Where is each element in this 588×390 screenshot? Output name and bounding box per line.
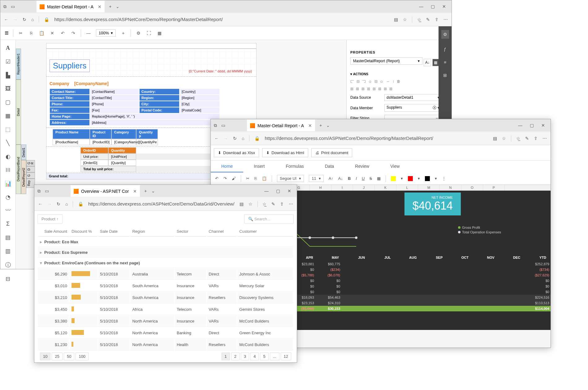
page-btn[interactable]: 12 — [281, 353, 291, 360]
url-text[interactable]: https://demos.devexpress.com/ASPNetCore/… — [54, 17, 389, 22]
forward-icon[interactable]: → — [224, 136, 228, 141]
close-tab-icon[interactable]: ✕ — [308, 123, 312, 128]
col-customer[interactable]: Customer — [237, 227, 293, 236]
fld-address-lbl[interactable]: Address: — [50, 119, 90, 126]
notes-icon[interactable]: ✎ — [426, 17, 430, 22]
minimize-icon[interactable]: — — [419, 4, 423, 9]
tab-group-icon[interactable]: ⧉ — [214, 123, 217, 128]
col-header[interactable]: J — [353, 185, 375, 190]
fld-fax-lbl[interactable]: Fax: — [50, 107, 90, 113]
bind-orderqty[interactable]: [Quantity] — [108, 160, 136, 166]
tab-overflow-icon[interactable]: ⌄ — [151, 188, 155, 193]
fill-black-icon[interactable] — [425, 176, 430, 181]
minimize-icon[interactable]: — — [264, 188, 269, 193]
pagesize-btn[interactable]: 100 — [76, 353, 89, 360]
suppliers-label[interactable]: Suppliers — [50, 59, 90, 72]
minimize-icon[interactable]: — — [518, 123, 522, 128]
redo-icon[interactable]: ↷ — [223, 176, 227, 181]
undo-icon[interactable]: ↶ — [215, 176, 218, 181]
band-detail[interactable]: Detail — [16, 80, 21, 145]
pivot-tool-icon[interactable]: ▤ — [5, 234, 11, 241]
home-icon[interactable]: ⌂ — [242, 136, 244, 141]
back-icon[interactable]: ← — [214, 136, 219, 141]
pageinfo-tool-icon[interactable]: ⓘ — [5, 261, 11, 269]
align-right-icon[interactable]: ⫎ — [362, 79, 366, 84]
zoom-select[interactable]: 100%▾ — [96, 29, 116, 37]
hamburger-icon[interactable]: ≡ — [5, 29, 9, 37]
pagesize-btn[interactable]: 10 — [40, 353, 50, 360]
table-row[interactable]: $1,2305/10/2018North AmericaHealthResell… — [38, 339, 293, 350]
browser-tab[interactable]: Overview - ASP.NET Cor ✕ — [71, 185, 140, 197]
browser-tab[interactable]: Master-Detail Report - A ✕ — [37, 1, 105, 12]
copy-icon[interactable]: ⎘ — [254, 176, 257, 181]
url-text[interactable]: https://demos.devexpress.com/ASPNetCore/… — [88, 201, 235, 206]
tab-overflow-icon[interactable]: ⌄ — [326, 123, 330, 128]
band-reportfooter[interactable]: Rep — [26, 179, 35, 188]
url-text[interactable]: https://demos.devexpress.com/ASPNetCore/… — [265, 136, 488, 141]
share-icon[interactable]: ⇪ — [435, 17, 439, 22]
date-expression[interactable]: {0:"Current Date: " dddd, dd MMMM yyyy} — [189, 69, 252, 73]
reader-icon[interactable]: ▤ — [394, 17, 398, 22]
bind-category[interactable]: [CategoryName] — [111, 139, 136, 145]
col-channel[interactable]: Channel — [207, 227, 237, 236]
page-btn[interactable]: 1 — [222, 353, 230, 360]
close-window-icon[interactable]: ✕ — [541, 123, 545, 128]
tab-group-icon[interactable]: ⧉ — [3, 4, 6, 9]
col-header[interactable]: N — [440, 185, 461, 190]
tab-review[interactable]: Review — [344, 161, 380, 172]
paste-icon[interactable]: 📋 — [39, 31, 45, 36]
chart-tool-icon[interactable]: 📊 — [5, 180, 11, 187]
new-tab-icon[interactable]: + — [319, 123, 322, 128]
align-top-icon[interactable]: ⫏ — [368, 79, 372, 84]
tab-insert[interactable]: Insert — [243, 161, 275, 172]
pagebreak-tool-icon[interactable]: ⊟ — [6, 275, 10, 282]
unit-bind[interactable]: [UnitPrice] — [108, 154, 136, 160]
band-groupfooter[interactable]: G — [26, 172, 35, 179]
sparkline-tool-icon[interactable]: 〰 — [5, 207, 11, 214]
bind-prodname[interactable]: [ProductName] — [53, 139, 90, 145]
band-detailreport[interactable]: DetailReportBand — [16, 145, 21, 194]
band-reportheader[interactable]: ReportHeader1 — [16, 49, 21, 80]
fld-city-val[interactable]: [City] — [179, 101, 220, 107]
zoom-in-icon[interactable]: + — [120, 31, 126, 36]
sigma-tool-icon[interactable]: Σ — [6, 221, 10, 227]
band-detail1[interactable]: Detail1 — [21, 145, 26, 160]
col-header[interactable]: I — [331, 185, 353, 190]
refresh-icon[interactable]: ↻ — [23, 17, 26, 22]
favorites-icon[interactable]: ☆̲ — [516, 136, 520, 141]
fld-region-lbl[interactable]: Region: — [139, 95, 179, 101]
expressions-tab-icon[interactable]: ƒ — [444, 47, 446, 52]
fill-yellow-icon[interactable] — [391, 176, 396, 181]
fullscreen-icon[interactable]: ⛶ — [146, 31, 152, 36]
table-tool-icon[interactable]: ▦ — [5, 112, 11, 119]
tab-group-icon[interactable]: ⧉ — [37, 188, 41, 194]
more-icon[interactable]: ⋯ — [443, 17, 448, 22]
col-header[interactable]: H — [310, 185, 331, 190]
charcomb-tool-icon[interactable]: ⬚ — [5, 126, 11, 133]
categorize-icon[interactable]: ▦ — [432, 59, 439, 66]
panel-tool-icon[interactable]: ▢ — [5, 99, 11, 106]
fld-contactname-val[interactable]: [ContactName] — [90, 89, 139, 95]
fields-tab-icon[interactable]: ≡ — [444, 60, 446, 65]
col-header[interactable]: K — [375, 185, 396, 190]
total-unit-label[interactable]: Total by unit price: — [80, 166, 136, 172]
redo-icon[interactable]: ↷ — [70, 31, 76, 36]
checkbox-tool-icon[interactable]: ☑ — [6, 58, 11, 65]
close-window-icon[interactable]: ✕ — [288, 188, 291, 193]
close-window-icon[interactable]: ✕ — [442, 4, 446, 9]
tab-list-icon[interactable]: ▭ — [45, 188, 49, 193]
band-detailreport2[interactable]: DetailReport2 — [21, 160, 26, 194]
download-html-button[interactable]: ⬇Download as Html — [262, 148, 308, 157]
group-row[interactable]: ▾Product: EnviroCare (Continues on the n… — [38, 258, 293, 268]
col-prodname[interactable]: Product Name — [53, 129, 90, 139]
search-input[interactable]: 🔍 Search... — [244, 214, 294, 223]
tab-overflow-icon[interactable]: ⌄ — [116, 4, 119, 9]
forward-icon[interactable]: → — [13, 17, 18, 22]
table-row[interactable]: $3,3805/10/2018North AmericaInsuranceVAR… — [38, 316, 293, 327]
notes-icon[interactable]: ✎ — [271, 202, 275, 206]
fld-country-lbl[interactable]: Country: — [139, 89, 179, 95]
col-header[interactable]: L — [396, 185, 418, 190]
refresh-icon[interactable]: ↻ — [233, 136, 237, 141]
cut-icon[interactable]: ✂ — [246, 176, 249, 181]
back-icon[interactable]: ← — [38, 202, 42, 206]
